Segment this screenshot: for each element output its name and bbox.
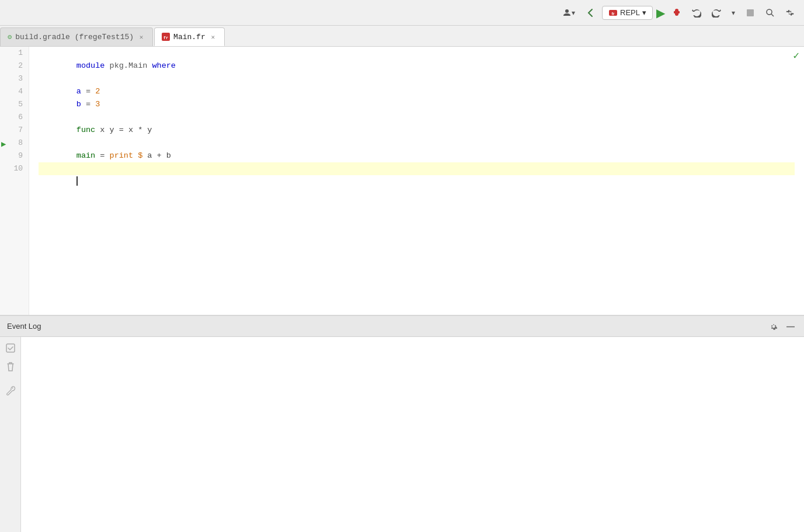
line-num-6: 6 (0, 111, 29, 124)
event-log-content (21, 337, 804, 532)
cursor (76, 176, 78, 186)
tab-bar: ⚙ build.gradle (fregeTest15) ✕ fr Main.f… (0, 26, 804, 47)
gradle-icon: ⚙ (8, 33, 12, 41)
editor-wrapper: 1 2 3 4 5 6 7 ▶ 8 9 10 ✓ module pkg.Main… (0, 47, 804, 315)
line-num-5: 5 (0, 98, 29, 111)
minimize-icon: — (786, 322, 795, 331)
var-b: b (76, 100, 81, 109)
tab-main-fr-label: Main.fr (173, 33, 206, 41)
nav-dropdown-arrow: ▾ (732, 9, 735, 17)
line-num-8: ▶ 8 (0, 137, 29, 149)
svg-rect-2 (747, 9, 754, 16)
svg-line-4 (771, 14, 774, 16)
space-8 (133, 151, 138, 160)
nav-dropdown-button[interactable]: ▾ (728, 6, 739, 19)
code-line-4: b = 3 (39, 85, 795, 98)
event-log-sidebar (0, 337, 21, 532)
code-line-6: func x y = x * y (39, 111, 795, 124)
mark-read-icon (5, 343, 16, 353)
toolbar: ▾ fr REPL ▾ ▶ (0, 0, 804, 26)
code-line-10[interactable] (39, 162, 795, 175)
settings-button[interactable] (782, 6, 798, 20)
tab-build-gradle[interactable]: ⚙ build.gradle (fregeTest15) ✕ (0, 27, 153, 46)
line-num-4: 4 (0, 85, 29, 98)
settings-gear-icon (769, 322, 778, 331)
eq-op-8: = (95, 151, 109, 160)
eq-op-3: = (81, 87, 95, 96)
repl-label: REPL (620, 8, 640, 17)
tab-main-fr-close[interactable]: ✕ (209, 33, 217, 41)
svg-rect-7 (6, 344, 15, 352)
line-num-2: 2 (0, 60, 29, 72)
event-log-panel: Event Log — (0, 315, 804, 532)
run-button[interactable]: ▶ (656, 6, 665, 20)
repl-button[interactable]: fr REPL ▾ (602, 6, 653, 20)
code-line-1: module pkg.Main where (39, 47, 795, 60)
event-log-delete-button[interactable] (4, 360, 18, 373)
keyword-print: print (110, 151, 134, 160)
tab-build-gradle-close[interactable]: ✕ (137, 33, 145, 41)
line-num-9: 9 (0, 149, 29, 162)
line-numbers: 1 2 3 4 5 6 7 ▶ 8 9 10 (0, 47, 29, 315)
fn-main: main (76, 151, 95, 160)
search-button[interactable] (762, 6, 778, 20)
event-log-header: Event Log — (0, 316, 804, 337)
trash-icon (6, 361, 15, 372)
event-log-body (0, 337, 804, 532)
event-log-title: Event Log (7, 322, 41, 331)
event-log-settings-button[interactable] (767, 321, 781, 332)
back-button[interactable] (582, 6, 598, 20)
fn-func: func (76, 126, 95, 134)
line-num-7: 7 (0, 124, 29, 137)
line-num-1: 1 (0, 47, 29, 60)
svg-point-3 (767, 9, 772, 15)
stop-button[interactable] (742, 6, 758, 20)
eq-op-4: = (81, 100, 95, 109)
num-3: 3 (95, 100, 100, 109)
keyword-module: module (76, 61, 110, 70)
line-num-3: 3 (0, 72, 29, 85)
tab-build-gradle-label: build.gradle (fregeTest15) (15, 33, 134, 41)
tab-main-fr[interactable]: fr Main.fr ✕ (154, 27, 225, 46)
expr-ab: a + b (142, 151, 171, 160)
keyword-where: where (147, 61, 176, 70)
user-dropdown-arrow: ▾ (572, 9, 575, 17)
wrench-icon (5, 385, 16, 395)
code-line-5 (39, 98, 795, 111)
frege-icon: fr (162, 33, 170, 41)
user-button[interactable]: ▾ (559, 6, 579, 20)
repl-dropdown-icon: ▾ (642, 8, 646, 17)
num-2: 2 (95, 87, 100, 96)
check-mark-icon: ✓ (793, 49, 799, 62)
line-num-10: 10 (0, 162, 29, 175)
event-log-wrench-button[interactable] (3, 384, 18, 397)
ide-window: ▾ fr REPL ▾ ▶ (0, 0, 804, 532)
redo-button[interactable] (708, 6, 725, 20)
svg-text:fr: fr (163, 36, 168, 40)
var-a: a (76, 87, 81, 96)
code-line-8: main = print $ a + b (39, 137, 795, 149)
func-body: x y = x * y (95, 126, 152, 134)
module-path: pkg.Main (110, 61, 148, 70)
event-log-minimize-button[interactable]: — (784, 321, 797, 332)
undo-button[interactable] (688, 6, 705, 20)
code-line-3: a = 2 (39, 72, 795, 85)
event-log-actions: — (767, 321, 797, 332)
code-area[interactable]: ✓ module pkg.Main where a = 2 b = 3 func… (29, 47, 804, 315)
svg-text:fr: fr (612, 12, 615, 16)
debug-button[interactable] (669, 6, 685, 20)
event-log-mark-button[interactable] (3, 342, 18, 354)
svg-point-8 (12, 388, 13, 389)
run-gutter-icon[interactable]: ▶ (1, 138, 6, 151)
